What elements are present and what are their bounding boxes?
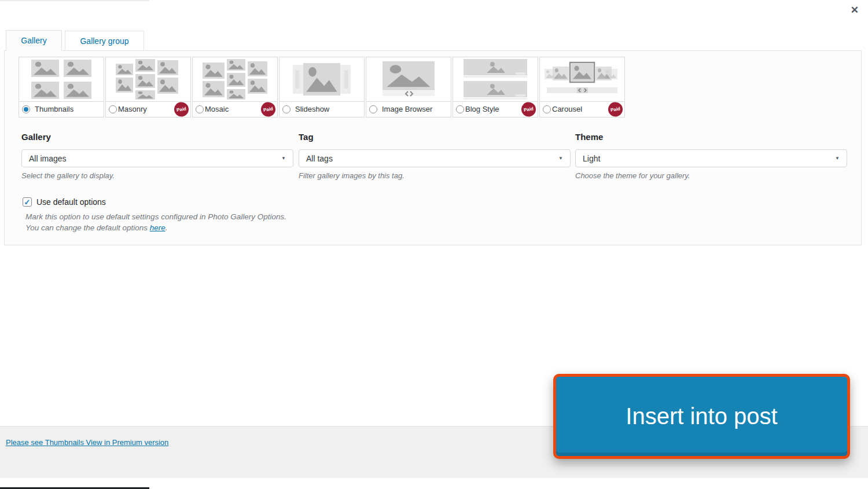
masonry-preview-icon <box>106 57 190 101</box>
blog-style-preview-icon <box>453 57 538 101</box>
masonry-radio[interactable] <box>109 105 117 113</box>
paid-badge: Paid <box>520 101 536 117</box>
mosaic-preview-icon <box>193 57 277 101</box>
tab-gallery-group[interactable]: Gallery group <box>65 31 144 51</box>
gallery-type-row: Blog Style Paid <box>453 101 538 116</box>
tag-select-label: Tag <box>299 132 571 142</box>
tab-bar: Gallery Gallery group <box>6 30 144 51</box>
gallery-type-list: Thumbnails Masonry Paid <box>19 57 625 117</box>
gallery-type-label: Carousel <box>552 105 582 113</box>
carousel-radio[interactable] <box>543 105 551 113</box>
default-options-description-2: You can change the default options here. <box>25 222 286 233</box>
thumbnails-preview-icon <box>19 57 104 101</box>
gallery-type-label: Mosaic <box>205 105 229 113</box>
mosaic-radio[interactable] <box>196 105 204 113</box>
gallery-select[interactable]: All images ▼ <box>21 149 293 167</box>
gallery-type-card-masonry[interactable]: Masonry Paid <box>105 57 191 117</box>
default-options-description: Mark this option to use default settings… <box>25 211 286 222</box>
gallery-select-value: All images <box>29 154 67 163</box>
theme-select[interactable]: Light ▼ <box>575 149 847 167</box>
gallery-type-card-carousel[interactable]: Carousel Paid <box>539 57 625 117</box>
theme-select-value: Light <box>583 154 600 163</box>
slideshow-radio[interactable] <box>282 105 290 113</box>
tag-select[interactable]: All tags ▼ <box>299 149 571 167</box>
chevron-down-icon: ▼ <box>281 156 286 161</box>
close-icon[interactable]: ✕ <box>851 5 859 15</box>
premium-version-link[interactable]: Please see Thumbnails View in Premium ve… <box>6 438 168 447</box>
image-browser-radio[interactable] <box>369 105 377 113</box>
gallery-type-label: Slideshow <box>295 105 329 113</box>
gallery-insert-panel: Thumbnails Masonry Paid <box>4 50 862 245</box>
gallery-type-row: Slideshow <box>279 101 364 116</box>
tag-select-help: Filter gallery images by this tag. <box>299 171 571 180</box>
window-edge-top <box>0 0 149 1</box>
gallery-type-row: Masonry Paid <box>106 101 190 116</box>
insert-into-post-button[interactable]: Insert into post <box>553 374 850 459</box>
tag-select-value: All tags <box>306 154 333 163</box>
gallery-type-row: Mosaic Paid <box>193 101 277 116</box>
image-browser-preview-icon <box>366 57 451 101</box>
thumbnails-radio[interactable] <box>22 105 30 113</box>
slideshow-preview-icon <box>279 57 364 101</box>
theme-select-label: Theme <box>575 132 847 142</box>
gallery-type-card-blog-style[interactable]: Blog Style Paid <box>453 57 538 117</box>
theme-select-help: Choose the theme for your gallery. <box>575 171 847 180</box>
tab-gallery[interactable]: Gallery <box>6 30 62 51</box>
gallery-type-label: Thumbnails <box>35 105 73 113</box>
gallery-select-label: Gallery <box>21 132 293 142</box>
chevron-down-icon: ▼ <box>835 156 840 161</box>
gallery-type-card-image-browser[interactable]: Image Browser <box>366 57 451 117</box>
gallery-type-row: Thumbnails <box>19 101 104 116</box>
gallery-type-card-mosaic[interactable]: Mosaic Paid <box>192 57 278 117</box>
paid-badge: Paid <box>173 101 189 117</box>
gallery-type-label: Image Browser <box>382 105 432 113</box>
gallery-select-help: Select the gallery to display. <box>21 171 293 180</box>
default-options-section: ✓ Use default options Mark this option t… <box>23 197 286 233</box>
gallery-type-row: Image Browser <box>366 101 451 116</box>
paid-badge: Paid <box>260 101 276 117</box>
description-suffix: . <box>165 223 168 232</box>
blog-style-radio[interactable] <box>456 105 464 113</box>
carousel-preview-icon <box>540 57 624 101</box>
gallery-type-card-slideshow[interactable]: Slideshow <box>279 57 365 117</box>
chevron-down-icon: ▼ <box>558 156 563 161</box>
gallery-type-label: Masonry <box>118 105 147 113</box>
use-default-options-checkbox[interactable]: ✓ <box>23 197 32 207</box>
paid-badge: Paid <box>607 101 623 117</box>
gallery-type-card-thumbnails[interactable]: Thumbnails <box>19 57 104 117</box>
gallery-type-label: Blog Style <box>465 105 499 113</box>
description-prefix: You can change the default options <box>25 223 150 232</box>
insert-into-post-label: Insert into post <box>626 403 777 429</box>
here-link[interactable]: here <box>150 223 165 232</box>
use-default-options-label: Use default options <box>36 197 106 207</box>
gallery-type-row: Carousel Paid <box>540 101 624 116</box>
